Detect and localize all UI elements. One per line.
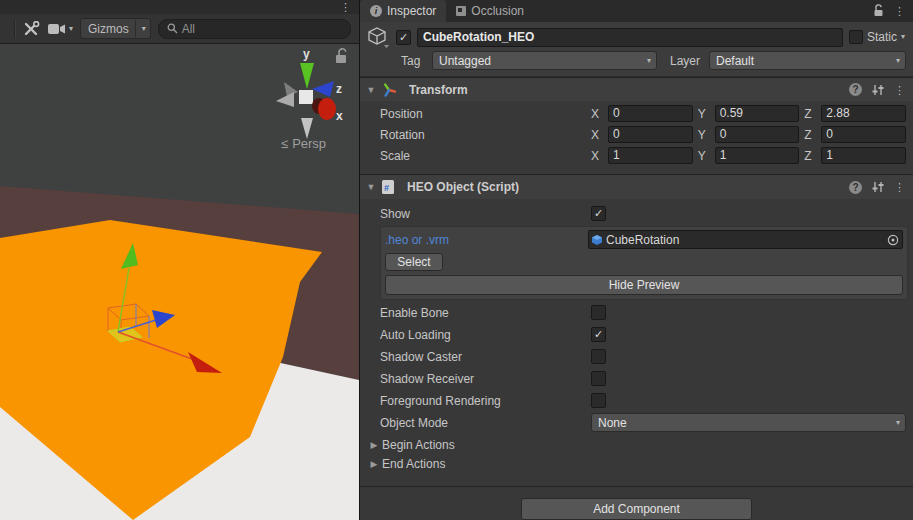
components-divider	[360, 486, 913, 487]
shadow-receiver-label: Shadow Receiver	[380, 372, 591, 386]
scale-y-field[interactable]: 1	[715, 147, 800, 164]
static-dropdown-icon[interactable]: ▾	[901, 33, 905, 41]
tag-dropdown[interactable]: Untagged ▾	[432, 51, 657, 70]
active-checkbox[interactable]: ✓	[396, 30, 411, 45]
camera-dropdown-icon: ▾	[69, 25, 73, 33]
tag-layer-row: Tag Untagged ▾ Layer Default ▾	[366, 52, 907, 70]
help-icon[interactable]: ?	[849, 181, 862, 194]
scene-toolbar: ▾ Gizmos ▾ All	[0, 14, 359, 44]
rotation-label: Rotation	[380, 128, 591, 142]
axis-x-cone[interactable]	[318, 98, 336, 120]
axis-center-cube[interactable]	[299, 90, 313, 104]
rotation-x-field[interactable]: 0	[608, 126, 693, 143]
position-y-field[interactable]: 0.59	[715, 105, 800, 122]
scene-camera-button[interactable]: ▾	[48, 19, 73, 39]
file-row: .heo or .vrm CubeRotation	[385, 230, 903, 249]
tab-occlusion-label: Occlusion	[471, 4, 524, 18]
end-actions-foldout[interactable]: ▶ End Actions	[360, 454, 913, 473]
axis-x-label: x	[336, 109, 343, 123]
layer-value: Default	[716, 54, 754, 68]
select-button[interactable]: Select	[385, 253, 443, 271]
heo-body: Show ✓ .heo or .vrm CubeRotation	[360, 199, 913, 479]
begin-actions-foldout[interactable]: ▶ Begin Actions	[360, 435, 913, 454]
show-checkbox[interactable]: ✓	[591, 206, 606, 221]
show-label: Show	[380, 207, 591, 221]
gameobject-header: ✓ CubeRotation_HEO Static ▾ Tag Untagged…	[360, 22, 913, 77]
position-z-field[interactable]: 2.88	[821, 105, 906, 122]
transform-title: Transform	[402, 83, 844, 97]
shadow-receiver-checkbox[interactable]	[591, 371, 606, 386]
layer-dropdown[interactable]: Default ▾	[709, 51, 906, 70]
hide-preview-button[interactable]: Hide Preview	[385, 275, 903, 295]
tab-occlusion[interactable]: Occlusion	[446, 0, 534, 22]
gizmos-button[interactable]: Gizmos ▾	[80, 18, 151, 39]
scale-z-field[interactable]: 1	[821, 147, 906, 164]
foreground-rendering-checkbox[interactable]	[591, 393, 606, 408]
auto-loading-checkbox[interactable]: ✓	[591, 327, 606, 342]
tools-icon[interactable]	[23, 21, 41, 37]
axis-z-label: Z	[804, 107, 813, 121]
inspector-lock-icon[interactable]	[872, 4, 884, 17]
scale-label: Scale	[380, 149, 591, 163]
rotation-z-field[interactable]: 0	[821, 126, 906, 143]
heo-foldout-icon[interactable]: ▼	[366, 182, 376, 192]
axis-z-label: Z	[804, 128, 813, 142]
object-picker-icon[interactable]	[884, 231, 902, 248]
position-row: Position X 0 Y 0.59 Z 2.88	[380, 105, 906, 122]
transform-header[interactable]: ▼ Transform ? ⋮	[360, 77, 913, 102]
heo-object-header[interactable]: ▼ # HEO Object (Script) ? ⋮	[360, 174, 913, 199]
begin-actions-label: Begin Actions	[382, 438, 455, 452]
tag-value: Untagged	[439, 54, 491, 68]
object-mode-value: None	[598, 416, 627, 430]
layer-label: Layer	[670, 54, 704, 68]
tab-inspector-label: Inspector	[387, 4, 436, 18]
heo-object-field[interactable]: CubeRotation	[588, 230, 903, 249]
rotation-y-field[interactable]: 0	[715, 126, 800, 143]
gameobject-cube-icon[interactable]	[366, 26, 390, 48]
inspector-pane: i Inspector Occlusion ⋮	[360, 0, 913, 520]
scene-viewport[interactable]: y z x ≤Persp	[0, 44, 359, 520]
object-field-value: CubeRotation	[603, 233, 884, 247]
inspector-menu-icon[interactable]: ⋮	[894, 6, 905, 16]
shadow-caster-checkbox[interactable]	[591, 349, 606, 364]
scale-row: Scale X 1 Y 1 Z 1	[380, 147, 906, 164]
transform-foldout-icon[interactable]: ▼	[366, 85, 376, 95]
axis-y-label: Y	[698, 128, 707, 142]
occlusion-icon	[456, 6, 466, 16]
gizmos-dropdown-icon: ▾	[142, 25, 146, 33]
tag-dropdown-icon: ▾	[647, 57, 651, 65]
add-component-area: Add Component	[360, 498, 913, 520]
add-component-button[interactable]: Add Component	[521, 498, 752, 520]
presets-icon[interactable]	[871, 181, 885, 193]
axis-x-label: X	[591, 149, 600, 163]
shadow-caster-label: Shadow Caster	[380, 350, 591, 364]
object-mode-dropdown[interactable]: None ▾	[591, 413, 906, 432]
persp-label: Persp	[292, 136, 326, 151]
transform-menu-icon[interactable]: ⋮	[894, 85, 905, 95]
rotation-row: Rotation X 0 Y 0 Z 0	[380, 126, 906, 143]
scale-x-field[interactable]: 1	[608, 147, 693, 164]
tab-inspector[interactable]: i Inspector	[360, 0, 446, 22]
gameobject-name-field[interactable]: CubeRotation_HEO	[417, 28, 843, 47]
layer-dropdown-icon: ▾	[896, 57, 900, 65]
asset-cube-icon	[591, 234, 603, 246]
presets-icon[interactable]	[871, 84, 885, 96]
axis-z-label: Z	[804, 149, 813, 163]
gizmos-button-divider	[135, 20, 136, 37]
shadow-caster-row: Shadow Caster	[380, 348, 906, 365]
scene-pane-menu-icon[interactable]: ⋮	[340, 2, 351, 12]
search-placeholder: All	[182, 22, 195, 36]
gizmos-button-label: Gizmos	[88, 22, 129, 36]
help-icon[interactable]: ?	[849, 83, 862, 96]
heo-menu-icon[interactable]: ⋮	[894, 182, 905, 192]
inspector-tabbar: i Inspector Occlusion ⋮	[360, 0, 913, 22]
persp-toggle[interactable]: ≤Persp	[281, 136, 326, 151]
unity-editor-window: ⋮ ▾ Gizmos ▾	[0, 0, 913, 520]
position-x-field[interactable]: 0	[608, 105, 693, 122]
static-checkbox[interactable]	[849, 30, 863, 44]
axis-x-label: X	[591, 128, 600, 142]
enable-bone-checkbox[interactable]	[591, 305, 606, 320]
scene-search-input[interactable]: All	[158, 19, 351, 39]
heo-file-box: .heo or .vrm CubeRotation	[380, 226, 908, 300]
file-label: .heo or .vrm	[385, 233, 588, 247]
